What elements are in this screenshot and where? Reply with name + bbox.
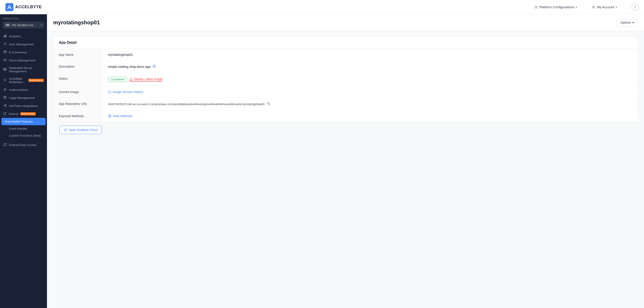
- authorizations-icon: [3, 88, 7, 92]
- current-image-value: Image Version History: [103, 86, 638, 98]
- legal-management-label: Legal Management: [9, 96, 44, 100]
- help-button[interactable]: ?: [632, 3, 639, 11]
- svg-rect-21: [268, 103, 270, 105]
- my-account-chevron: ▾: [616, 5, 617, 9]
- my-account-nav[interactable]: My Account ▾: [592, 5, 617, 9]
- accelbyte-multiplayer-icon: [3, 78, 7, 82]
- logo: ACCELBYTE: [5, 3, 42, 11]
- 3rd-party-icon: [3, 104, 7, 108]
- game-management-label: Game Management: [9, 59, 44, 62]
- view-methods-link[interactable]: View Methods: [108, 114, 132, 118]
- svg-point-6: [4, 43, 6, 44]
- accelbyte-multiplayer-label: AccelByte Multiplaye...: [9, 77, 26, 84]
- sidebar-item-3rd-party[interactable]: 3rd Party Integrations: [0, 102, 47, 110]
- top-nav: ACCELBYTE Platform Configurations ▾ My A…: [0, 0, 644, 14]
- extend-early-access-label: Extend Early Access: [9, 143, 44, 147]
- user-management-icon: [3, 42, 7, 46]
- sidebar-subitem-overridable-features[interactable]: Overridable Features: [1, 118, 46, 125]
- extend-early-access-icon: [3, 143, 7, 147]
- ns-name: NS Sandbox Ars: [12, 23, 41, 27]
- sidebar-item-analytics[interactable]: Analytics: [0, 32, 47, 40]
- svg-rect-0: [5, 3, 14, 11]
- copy-url-button[interactable]: [267, 102, 270, 106]
- open-grafana-button[interactable]: Open Grafana Cloud: [60, 126, 102, 134]
- view-methods-label: View Methods: [113, 114, 132, 118]
- main-content: myrotatingshop01 Options ▾ App Detail Ap…: [47, 14, 644, 308]
- ns-chevron: ▾: [41, 24, 42, 26]
- logo-text: ACCELBYTE: [15, 5, 42, 9]
- description-value: simple rotating shop items app: [103, 61, 638, 73]
- nav-divider: [584, 4, 584, 10]
- sidebar-subitem-custom-functions[interactable]: Custom Functions (beta): [0, 132, 47, 139]
- repo-url-text: 342674635073.dkr.ecr.us-west-2.amazonaws…: [108, 102, 265, 106]
- app-detail-card: App Detail App Name myrotatingshop01 Des…: [53, 36, 638, 122]
- methods-icon: [108, 115, 111, 118]
- sidebar-item-ecommerce[interactable]: E-Commerce: [0, 48, 47, 56]
- detail-row-exposed-methods: Exposed Methods View Methods: [54, 110, 638, 122]
- sidebar-menu: Analytics User Management E-Commerce: [0, 31, 47, 150]
- status-label: Status: [54, 73, 103, 86]
- options-label: Options: [620, 21, 631, 24]
- sidebar-item-legal-management[interactable]: Legal Management: [0, 94, 47, 102]
- user-icon: [592, 5, 596, 9]
- accelbyte-logo-icon: [5, 3, 14, 11]
- sidebar-item-game-management[interactable]: Game Management: [0, 56, 47, 64]
- custom-functions-label: Custom Functions (beta): [9, 134, 41, 137]
- main-body: App Detail App Name myrotatingshop01 Des…: [47, 31, 644, 143]
- card-header-title: App Detail: [59, 41, 76, 44]
- edit-description-icon[interactable]: [153, 65, 156, 69]
- deploy-latest-image-button[interactable]: Deploy Latest Image: [129, 77, 162, 81]
- ecommerce-label: E-Commerce: [9, 51, 44, 54]
- status-value: Completed Deploy Latest Image: [103, 73, 638, 86]
- namespace-selector[interactable]: NS NS Sandbox Ars ▾: [3, 22, 44, 28]
- svg-rect-7: [4, 51, 6, 53]
- image-version-history-link[interactable]: Image Version History: [108, 90, 143, 94]
- sidebar-item-extend-early-access[interactable]: Extend Early Access: [0, 141, 47, 149]
- app-name-value: myrotatingshop01: [103, 49, 638, 60]
- dedicated-server-icon: [3, 68, 7, 72]
- grafana-label: Open Grafana Cloud: [69, 128, 98, 132]
- repo-url-value: 342674635073.dkr.ecr.us-west-2.amazonaws…: [103, 98, 638, 110]
- extend-badge: Early Access: [20, 112, 36, 115]
- nav-divider-2: [624, 4, 624, 10]
- svg-rect-4: [5, 35, 5, 37]
- sidebar-item-user-management[interactable]: User Management: [0, 40, 47, 48]
- status-badge: Completed: [108, 77, 127, 82]
- sidebar-item-extend[interactable]: Extend Early Access: [0, 110, 47, 118]
- sidebar-item-accelbyte-multiplayer[interactable]: AccelByte Multiplaye... Early Access: [0, 75, 47, 86]
- svg-point-2: [593, 6, 594, 7]
- gear-icon: [534, 5, 538, 9]
- svg-rect-3: [4, 36, 4, 37]
- description-text: simple rotating shop items app: [108, 65, 150, 69]
- analytics-label: Analytics: [9, 35, 44, 38]
- main-header: myrotatingshop01 Options ▾: [47, 14, 644, 31]
- extend-label: Extend: [9, 112, 18, 116]
- analytics-icon: [3, 34, 7, 38]
- app-name-label: App Name: [54, 49, 103, 60]
- svg-line-18: [4, 112, 6, 114]
- namespace-label: NAMESPACE: [3, 17, 44, 20]
- platform-configurations-label: Platform Configurations: [539, 5, 574, 9]
- sidebar-item-authorizations[interactable]: Authorizations: [0, 86, 47, 94]
- options-chevron: ▾: [632, 21, 634, 24]
- page-title: myrotatingshop01: [53, 19, 100, 26]
- image-version-history-label: Image Version History: [113, 90, 143, 94]
- options-button[interactable]: Options ▾: [616, 19, 638, 26]
- authorizations-label: Authorizations: [9, 88, 44, 92]
- platform-configurations-nav[interactable]: Platform Configurations ▾: [534, 5, 577, 9]
- svg-line-19: [5, 143, 6, 145]
- exposed-methods-value: View Methods: [103, 110, 638, 122]
- external-link-icon: [64, 128, 67, 132]
- extend-icon: [3, 112, 6, 116]
- exposed-methods-label: Exposed Methods: [54, 110, 103, 122]
- top-nav-right: Platform Configurations ▾ My Account ▾ ?: [534, 3, 639, 11]
- detail-row-description: Description simple rotating shop items a…: [54, 61, 638, 73]
- detail-row-current-image: Current Image Image Version History: [54, 86, 638, 98]
- app-name-text: myrotatingshop01: [108, 53, 133, 56]
- sidebar-item-dedicated-server[interactable]: Dedicated Server Management: [0, 64, 47, 75]
- event-handler-label: Event Handler: [9, 127, 27, 130]
- svg-rect-5: [6, 35, 6, 37]
- user-management-label: User Management: [9, 43, 44, 46]
- sidebar-subitem-event-handler[interactable]: Event Handler: [0, 125, 47, 132]
- current-image-label: Current Image: [54, 86, 103, 98]
